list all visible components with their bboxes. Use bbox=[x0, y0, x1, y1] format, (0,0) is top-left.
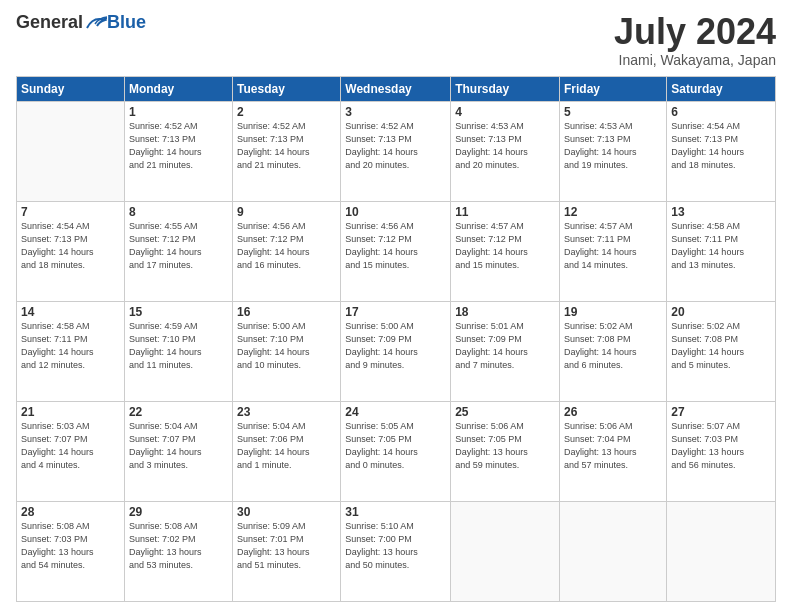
title-block: July 2024 Inami, Wakayama, Japan bbox=[614, 12, 776, 68]
calendar-cell: 4Sunrise: 4:53 AM Sunset: 7:13 PM Daylig… bbox=[451, 101, 560, 201]
day-number: 7 bbox=[21, 205, 120, 219]
logo-blue: Blue bbox=[107, 12, 146, 33]
day-info: Sunrise: 4:57 AM Sunset: 7:12 PM Dayligh… bbox=[455, 220, 555, 272]
calendar-cell: 28Sunrise: 5:08 AM Sunset: 7:03 PM Dayli… bbox=[17, 501, 125, 601]
day-number: 28 bbox=[21, 505, 120, 519]
day-info: Sunrise: 4:58 AM Sunset: 7:11 PM Dayligh… bbox=[21, 320, 120, 372]
day-number: 26 bbox=[564, 405, 662, 419]
calendar-cell bbox=[667, 501, 776, 601]
day-number: 14 bbox=[21, 305, 120, 319]
calendar-cell: 29Sunrise: 5:08 AM Sunset: 7:02 PM Dayli… bbox=[124, 501, 232, 601]
day-header-wednesday: Wednesday bbox=[341, 76, 451, 101]
day-header-sunday: Sunday bbox=[17, 76, 125, 101]
day-info: Sunrise: 5:06 AM Sunset: 7:04 PM Dayligh… bbox=[564, 420, 662, 472]
day-number: 27 bbox=[671, 405, 771, 419]
day-info: Sunrise: 5:01 AM Sunset: 7:09 PM Dayligh… bbox=[455, 320, 555, 372]
day-info: Sunrise: 5:08 AM Sunset: 7:03 PM Dayligh… bbox=[21, 520, 120, 572]
day-info: Sunrise: 5:07 AM Sunset: 7:03 PM Dayligh… bbox=[671, 420, 771, 472]
day-number: 23 bbox=[237, 405, 336, 419]
calendar-cell: 25Sunrise: 5:06 AM Sunset: 7:05 PM Dayli… bbox=[451, 401, 560, 501]
week-row-1: 1Sunrise: 4:52 AM Sunset: 7:13 PM Daylig… bbox=[17, 101, 776, 201]
day-info: Sunrise: 4:53 AM Sunset: 7:13 PM Dayligh… bbox=[455, 120, 555, 172]
day-number: 21 bbox=[21, 405, 120, 419]
day-info: Sunrise: 5:02 AM Sunset: 7:08 PM Dayligh… bbox=[564, 320, 662, 372]
week-row-3: 14Sunrise: 4:58 AM Sunset: 7:11 PM Dayli… bbox=[17, 301, 776, 401]
calendar-cell: 16Sunrise: 5:00 AM Sunset: 7:10 PM Dayli… bbox=[233, 301, 341, 401]
calendar-cell: 7Sunrise: 4:54 AM Sunset: 7:13 PM Daylig… bbox=[17, 201, 125, 301]
calendar-page: General Blue July 2024 Inami, Wakayama, … bbox=[0, 0, 792, 612]
day-header-saturday: Saturday bbox=[667, 76, 776, 101]
calendar-cell: 22Sunrise: 5:04 AM Sunset: 7:07 PM Dayli… bbox=[124, 401, 232, 501]
day-number: 15 bbox=[129, 305, 228, 319]
day-header-friday: Friday bbox=[560, 76, 667, 101]
calendar-cell: 15Sunrise: 4:59 AM Sunset: 7:10 PM Dayli… bbox=[124, 301, 232, 401]
day-number: 3 bbox=[345, 105, 446, 119]
calendar-cell: 23Sunrise: 5:04 AM Sunset: 7:06 PM Dayli… bbox=[233, 401, 341, 501]
calendar-cell: 6Sunrise: 4:54 AM Sunset: 7:13 PM Daylig… bbox=[667, 101, 776, 201]
day-header-thursday: Thursday bbox=[451, 76, 560, 101]
day-number: 8 bbox=[129, 205, 228, 219]
day-number: 30 bbox=[237, 505, 336, 519]
day-info: Sunrise: 5:00 AM Sunset: 7:09 PM Dayligh… bbox=[345, 320, 446, 372]
calendar-cell: 13Sunrise: 4:58 AM Sunset: 7:11 PM Dayli… bbox=[667, 201, 776, 301]
day-info: Sunrise: 4:52 AM Sunset: 7:13 PM Dayligh… bbox=[237, 120, 336, 172]
calendar-cell: 2Sunrise: 4:52 AM Sunset: 7:13 PM Daylig… bbox=[233, 101, 341, 201]
calendar-cell bbox=[451, 501, 560, 601]
day-info: Sunrise: 4:54 AM Sunset: 7:13 PM Dayligh… bbox=[21, 220, 120, 272]
day-info: Sunrise: 5:04 AM Sunset: 7:07 PM Dayligh… bbox=[129, 420, 228, 472]
calendar-cell: 5Sunrise: 4:53 AM Sunset: 7:13 PM Daylig… bbox=[560, 101, 667, 201]
calendar-cell: 26Sunrise: 5:06 AM Sunset: 7:04 PM Dayli… bbox=[560, 401, 667, 501]
calendar-cell: 27Sunrise: 5:07 AM Sunset: 7:03 PM Dayli… bbox=[667, 401, 776, 501]
day-number: 10 bbox=[345, 205, 446, 219]
day-number: 4 bbox=[455, 105, 555, 119]
week-row-4: 21Sunrise: 5:03 AM Sunset: 7:07 PM Dayli… bbox=[17, 401, 776, 501]
day-number: 1 bbox=[129, 105, 228, 119]
day-number: 20 bbox=[671, 305, 771, 319]
day-header-monday: Monday bbox=[124, 76, 232, 101]
calendar-cell bbox=[560, 501, 667, 601]
calendar-table: SundayMondayTuesdayWednesdayThursdayFrid… bbox=[16, 76, 776, 602]
week-row-5: 28Sunrise: 5:08 AM Sunset: 7:03 PM Dayli… bbox=[17, 501, 776, 601]
day-number: 25 bbox=[455, 405, 555, 419]
day-number: 13 bbox=[671, 205, 771, 219]
logo-text: General Blue bbox=[16, 12, 146, 33]
calendar-header-row: SundayMondayTuesdayWednesdayThursdayFrid… bbox=[17, 76, 776, 101]
day-number: 24 bbox=[345, 405, 446, 419]
day-info: Sunrise: 5:04 AM Sunset: 7:06 PM Dayligh… bbox=[237, 420, 336, 472]
calendar-cell: 12Sunrise: 4:57 AM Sunset: 7:11 PM Dayli… bbox=[560, 201, 667, 301]
calendar-cell: 9Sunrise: 4:56 AM Sunset: 7:12 PM Daylig… bbox=[233, 201, 341, 301]
week-row-2: 7Sunrise: 4:54 AM Sunset: 7:13 PM Daylig… bbox=[17, 201, 776, 301]
day-info: Sunrise: 4:54 AM Sunset: 7:13 PM Dayligh… bbox=[671, 120, 771, 172]
calendar-cell: 11Sunrise: 4:57 AM Sunset: 7:12 PM Dayli… bbox=[451, 201, 560, 301]
day-info: Sunrise: 5:08 AM Sunset: 7:02 PM Dayligh… bbox=[129, 520, 228, 572]
month-title: July 2024 bbox=[614, 12, 776, 52]
day-number: 16 bbox=[237, 305, 336, 319]
day-info: Sunrise: 5:03 AM Sunset: 7:07 PM Dayligh… bbox=[21, 420, 120, 472]
day-number: 2 bbox=[237, 105, 336, 119]
calendar-cell: 17Sunrise: 5:00 AM Sunset: 7:09 PM Dayli… bbox=[341, 301, 451, 401]
day-header-tuesday: Tuesday bbox=[233, 76, 341, 101]
day-number: 9 bbox=[237, 205, 336, 219]
day-info: Sunrise: 5:05 AM Sunset: 7:05 PM Dayligh… bbox=[345, 420, 446, 472]
calendar-cell: 31Sunrise: 5:10 AM Sunset: 7:00 PM Dayli… bbox=[341, 501, 451, 601]
calendar-cell: 10Sunrise: 4:56 AM Sunset: 7:12 PM Dayli… bbox=[341, 201, 451, 301]
logo: General Blue bbox=[16, 12, 146, 33]
day-info: Sunrise: 4:57 AM Sunset: 7:11 PM Dayligh… bbox=[564, 220, 662, 272]
day-number: 11 bbox=[455, 205, 555, 219]
day-number: 18 bbox=[455, 305, 555, 319]
calendar-cell: 24Sunrise: 5:05 AM Sunset: 7:05 PM Dayli… bbox=[341, 401, 451, 501]
day-number: 22 bbox=[129, 405, 228, 419]
calendar-cell: 19Sunrise: 5:02 AM Sunset: 7:08 PM Dayli… bbox=[560, 301, 667, 401]
day-info: Sunrise: 5:06 AM Sunset: 7:05 PM Dayligh… bbox=[455, 420, 555, 472]
location-subtitle: Inami, Wakayama, Japan bbox=[614, 52, 776, 68]
day-info: Sunrise: 5:09 AM Sunset: 7:01 PM Dayligh… bbox=[237, 520, 336, 572]
day-info: Sunrise: 4:59 AM Sunset: 7:10 PM Dayligh… bbox=[129, 320, 228, 372]
day-number: 12 bbox=[564, 205, 662, 219]
day-number: 5 bbox=[564, 105, 662, 119]
day-info: Sunrise: 4:52 AM Sunset: 7:13 PM Dayligh… bbox=[345, 120, 446, 172]
header: General Blue July 2024 Inami, Wakayama, … bbox=[16, 12, 776, 68]
day-number: 19 bbox=[564, 305, 662, 319]
day-info: Sunrise: 4:58 AM Sunset: 7:11 PM Dayligh… bbox=[671, 220, 771, 272]
day-info: Sunrise: 5:02 AM Sunset: 7:08 PM Dayligh… bbox=[671, 320, 771, 372]
day-number: 29 bbox=[129, 505, 228, 519]
